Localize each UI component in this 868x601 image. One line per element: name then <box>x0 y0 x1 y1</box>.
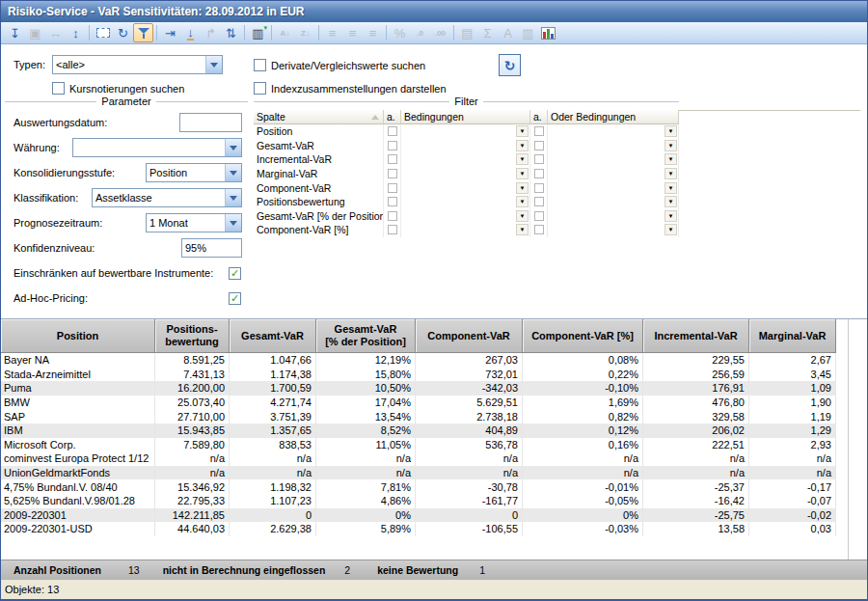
filter-active-checkbox[interactable] <box>388 225 397 234</box>
filter-or-active-checkbox[interactable] <box>534 197 544 206</box>
filter-or-active-checkbox[interactable] <box>534 183 544 193</box>
checkbox-derivate[interactable]: Derivate/Vergleichswerte suchen <box>254 59 425 71</box>
column-header[interactable]: Positions- bewertung <box>155 319 230 353</box>
filter-active-checkbox[interactable] <box>388 211 397 221</box>
dropdown-arrow-icon[interactable]: ▼ <box>516 140 529 151</box>
checkbox-kursnotierungen[interactable]: Kursnotierungen suchen <box>52 82 184 95</box>
column-header[interactable]: Marginal-VaR <box>749 319 836 353</box>
table-row[interactable]: IBM15.943,851.357,658,52%404,890,12%206,… <box>1 423 836 438</box>
dropdown-arrow-icon[interactable]: ▼ <box>665 125 677 137</box>
filter-condition-select[interactable]: ▼ <box>401 180 530 195</box>
filter-column-header[interactable]: Spalte <box>254 110 384 124</box>
filter-or-condition-select[interactable]: ▼ <box>548 209 679 224</box>
dropdown-arrow-icon[interactable]: ▼ <box>665 224 677 235</box>
filter-or-condition-select[interactable]: ▼ <box>548 139 679 153</box>
parameter-select[interactable]: Assetklasse <box>92 188 242 207</box>
filter-or-condition-select[interactable]: ▼ <box>548 195 679 209</box>
filter-column-header[interactable]: Oder Bedingungen <box>548 110 679 124</box>
jump-down-icon[interactable]: ↓ <box>180 23 201 42</box>
filter-or-active-checkbox[interactable] <box>534 126 544 136</box>
filter-icon[interactable] <box>133 23 153 42</box>
filter-or-active-checkbox[interactable] <box>534 169 544 178</box>
chart-icon[interactable] <box>538 23 558 42</box>
parameter-select[interactable]: Position <box>146 163 242 182</box>
filter-or-condition-select[interactable]: ▼ <box>548 223 679 237</box>
typen-select[interactable]: <alle> <box>52 55 223 74</box>
table-row[interactable]: Puma16.200,001.700,5910,50%-342,03-0,10%… <box>1 381 836 396</box>
filter-or-condition-select[interactable]: ▼ <box>548 152 679 167</box>
refresh-icon[interactable]: ↻ <box>113 23 133 42</box>
dropdown-arrow-icon[interactable]: ▼ <box>516 224 529 235</box>
table-row[interactable]: cominvest Europa Protect 1/12n/an/an/an/… <box>1 451 836 466</box>
insert-column-icon[interactable]: ▥▾ <box>248 23 268 42</box>
checkbox-box[interactable] <box>254 82 266 95</box>
filter-or-condition-select[interactable]: ▼ <box>548 124 679 139</box>
column-header[interactable]: Position <box>1 319 155 353</box>
checkbox-box[interactable] <box>52 82 65 95</box>
column-header[interactable]: Gesamt-VaR [% der Position] <box>316 319 416 353</box>
column-header[interactable]: Gesamt-VaR <box>230 319 316 353</box>
parameter-input[interactable]: 95% <box>181 238 242 258</box>
filter-or-active-checkbox[interactable] <box>534 141 544 150</box>
filter-condition-select[interactable]: ▼ <box>401 209 530 224</box>
filter-active-checkbox[interactable] <box>388 141 397 150</box>
table-row[interactable]: Stada-Arzneimittel7.431,131.174,3815,80%… <box>1 368 836 382</box>
table-row[interactable]: 2009-220301-USD44.640,032.629,385,89%-10… <box>1 522 836 536</box>
filter-condition-select[interactable]: ▼ <box>401 124 530 139</box>
filter-active-checkbox[interactable] <box>388 126 397 136</box>
table-row[interactable]: Microsoft Corp.7.589,80838,5311,05%536,7… <box>1 438 836 452</box>
dropdown-arrow-icon[interactable]: ▼ <box>516 210 529 222</box>
dropdown-arrow-icon[interactable]: ▼ <box>516 196 529 207</box>
filter-column-header[interactable]: Bedingungen <box>401 110 530 124</box>
filter-active-checkbox[interactable] <box>388 169 397 178</box>
filter-or-active-checkbox[interactable] <box>534 225 544 234</box>
column-header[interactable]: Component-VaR [%] <box>523 319 643 353</box>
table-row[interactable]: 2009-220301142.211,8500%00%-25,75-0,02 <box>1 508 836 523</box>
dropdown-arrow-icon[interactable]: ▼ <box>516 153 529 165</box>
parameter-input[interactable] <box>179 113 242 132</box>
dropdown-arrow-icon[interactable]: ▼ <box>516 182 529 194</box>
checkbox-box[interactable] <box>254 59 266 71</box>
dropdown-arrow-icon[interactable]: ▼ <box>516 168 529 179</box>
column-header[interactable]: Component-VaR <box>416 319 523 353</box>
checkbox-indexzusammenstellungen[interactable]: Indexzusammenstellungen darstellen <box>254 82 447 95</box>
table-row[interactable]: 5,625% Bundanl.V.98/01.2822.795,331.107,… <box>1 494 836 508</box>
chevron-down-icon[interactable] <box>225 189 241 206</box>
parameter-checkbox[interactable] <box>229 292 241 305</box>
table-row[interactable]: 4,75% Bundanl.V. 08/4015.346,921.198,327… <box>1 479 836 494</box>
filter-condition-select[interactable]: ▼ <box>401 167 530 181</box>
dropdown-arrow-icon[interactable]: ▼ <box>665 182 677 194</box>
chevron-down-icon[interactable] <box>225 214 241 232</box>
filter-condition-select[interactable]: ▼ <box>401 195 530 209</box>
chevron-down-icon[interactable] <box>205 56 222 73</box>
filter-column-header[interactable]: a. <box>384 110 401 124</box>
column-header[interactable]: Incremental-VaR <box>643 319 749 353</box>
filter-condition-select[interactable]: ▼ <box>401 139 530 153</box>
dropdown-arrow-icon[interactable]: ▼ <box>665 168 677 179</box>
dropdown-arrow-icon[interactable]: ▼ <box>665 210 677 222</box>
dropdown-arrow-icon[interactable]: ▼ <box>665 140 677 151</box>
select-range-icon[interactable] <box>93 23 113 42</box>
jump-right-icon[interactable]: ⇥ <box>160 23 180 42</box>
parameter-select[interactable] <box>72 138 242 157</box>
table-row[interactable]: SAP27.710,003.751,3913,54%2.738,180,82%3… <box>1 409 836 423</box>
dropdown-arrow-icon[interactable]: ▼ <box>516 125 529 137</box>
chevron-down-icon[interactable] <box>225 139 241 156</box>
refresh-button[interactable]: ↻ <box>499 54 521 76</box>
filter-or-condition-select[interactable]: ▼ <box>548 167 679 181</box>
filter-or-active-checkbox[interactable] <box>534 154 544 164</box>
filter-or-active-checkbox[interactable] <box>534 211 544 221</box>
filter-active-checkbox[interactable] <box>388 197 397 206</box>
table-row[interactable]: Bayer NA8.591,251.047,6612,19%267,030,08… <box>1 353 836 368</box>
dropdown-arrow-icon[interactable]: ▼ <box>665 153 677 165</box>
table-row[interactable]: UnionGeldmarktFondsn/an/an/an/an/an/an/a <box>1 466 836 480</box>
row-height-icon[interactable]: ⇅ <box>221 23 241 42</box>
filter-condition-select[interactable]: ▼ <box>401 152 530 167</box>
filter-active-checkbox[interactable] <box>388 154 397 164</box>
fit-height-icon[interactable]: ↕ <box>66 23 86 42</box>
filter-condition-select[interactable]: ▼ <box>401 223 530 237</box>
chevron-down-icon[interactable] <box>225 164 241 181</box>
filter-or-condition-select[interactable]: ▼ <box>548 180 679 195</box>
export-report-icon[interactable]: ↧ <box>5 23 25 42</box>
table-row[interactable]: BMW25.073,404.271,7417,04%5.629,511,69%4… <box>1 396 836 410</box>
